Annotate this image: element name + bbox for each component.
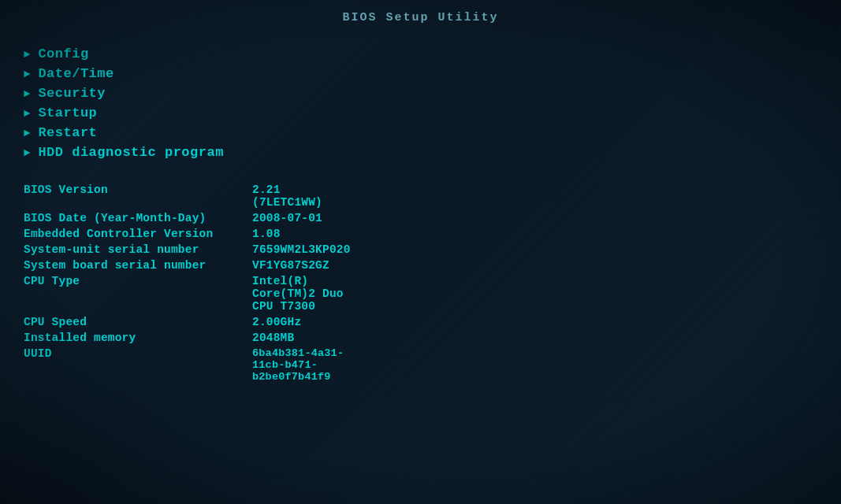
- info-value: 2048MB: [252, 332, 294, 344]
- info-value: 6ba4b381-4a31-11cb-b471-b2be0f7b41f9: [252, 347, 355, 383]
- info-value: Intel(R) Core(TM)2 Duo CPU T7300: [252, 275, 355, 313]
- info-key: UUID: [24, 347, 252, 360]
- info-row: UUID6ba4b381-4a31-11cb-b471-b2be0f7b41f9: [24, 347, 355, 383]
- menu-item-label: Date/Time: [38, 66, 113, 81]
- menu-item[interactable]: ►Security: [24, 86, 355, 101]
- info-value: VF1YG87S2GZ: [252, 259, 329, 272]
- menu-item-label: HDD diagnostic program: [38, 145, 223, 160]
- menu-item-label: Startup: [38, 106, 97, 120]
- title-bar: BIOS Setup Utility: [0, 0, 841, 31]
- menu-arrow-icon: ►: [24, 146, 30, 159]
- info-key: System board serial number: [24, 259, 252, 272]
- info-row: CPU TypeIntel(R) Core(TM)2 Duo CPU T7300: [24, 275, 355, 313]
- menu-arrow-icon: ►: [24, 87, 30, 100]
- main-content: ►Config►Date/Time►Security►Startup►Resta…: [0, 31, 841, 504]
- info-row: System board serial numberVF1YG87S2GZ: [24, 259, 355, 272]
- menu-item[interactable]: ►Config: [24, 46, 355, 61]
- info-value: 7659WM2L3KP020: [252, 243, 351, 256]
- info-row: Embedded Controller Version1.08: [24, 228, 355, 240]
- menu-item[interactable]: ►HDD diagnostic program: [24, 145, 355, 160]
- menu-item[interactable]: ►Restart: [24, 125, 355, 140]
- info-row: Installed memory2048MB: [24, 332, 355, 344]
- info-row: BIOS Date (Year-Month-Day)2008-07-01: [24, 212, 355, 224]
- menu-arrow-icon: ►: [24, 68, 30, 80]
- info-table: BIOS Version2.21 (7LETC1WW)BIOS Date (Ye…: [24, 183, 355, 383]
- menu-item[interactable]: ►Date/Time: [24, 66, 355, 81]
- info-key: BIOS Date (Year-Month-Day): [24, 212, 252, 224]
- left-panel: ►Config►Date/Time►Security►Startup►Resta…: [24, 39, 355, 496]
- info-key: CPU Type: [24, 275, 252, 287]
- menu-item[interactable]: ►Startup: [24, 106, 355, 120]
- bios-screen: BIOS Setup Utility ►Config►Date/Time►Sec…: [0, 0, 841, 504]
- info-key: Embedded Controller Version: [24, 228, 252, 240]
- info-value: 2008-07-01: [252, 212, 322, 224]
- menu-arrow-icon: ►: [24, 48, 30, 61]
- info-row: System-unit serial number7659WM2L3KP020: [24, 243, 355, 256]
- menu-arrow-icon: ►: [24, 127, 30, 139]
- divider: [24, 165, 355, 179]
- info-row: CPU Speed2.00GHz: [24, 316, 355, 328]
- menu-arrow-icon: ►: [24, 107, 30, 120]
- info-value: 2.00GHz: [252, 316, 301, 328]
- info-key: BIOS Version: [24, 183, 252, 196]
- menu-item-label: Security: [38, 86, 106, 101]
- info-key: CPU Speed: [24, 316, 252, 328]
- menu-container: ►Config►Date/Time►Security►Startup►Resta…: [24, 46, 355, 160]
- info-key: System-unit serial number: [24, 243, 252, 256]
- info-key: Installed memory: [24, 332, 252, 344]
- info-row: BIOS Version2.21 (7LETC1WW): [24, 183, 355, 209]
- title-text: BIOS Setup Utility: [342, 11, 498, 24]
- info-value: 2.21 (7LETC1WW): [252, 183, 355, 209]
- menu-item-label: Config: [38, 46, 88, 61]
- info-value: 1.08: [252, 228, 281, 240]
- menu-item-label: Restart: [38, 125, 97, 140]
